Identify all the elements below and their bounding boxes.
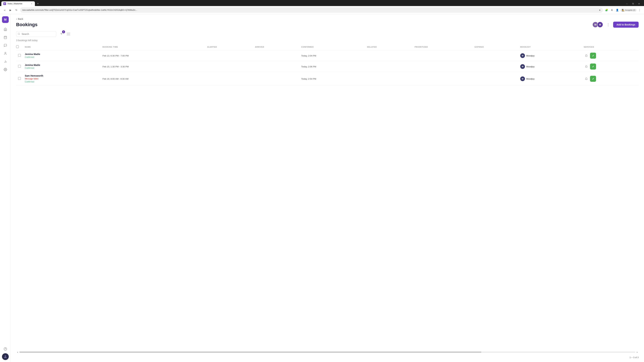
svg-point-4	[5, 52, 6, 53]
row-1-check-button[interactable]: ✓	[590, 53, 596, 59]
sidebar-item-settings[interactable]	[2, 66, 9, 73]
row-3-moodjoy-avatar: M	[520, 76, 525, 81]
back-link[interactable]: ‹ Back	[16, 17, 23, 20]
row-1-actions: ✓	[584, 53, 636, 59]
avatar-group: M M	[592, 22, 603, 28]
horizontal-scrollbar[interactable]: ◂ ▸	[11, 350, 644, 354]
row-1-confirmed-time: Today, 2:04 PM	[301, 54, 316, 57]
row-3-name: Sam Hemsworth	[25, 74, 98, 77]
row-2-confirmed-time: Today, 2:06 PM	[301, 65, 316, 68]
col-booking-time: BOOKING TIME	[100, 44, 205, 50]
row-2-delayed	[365, 61, 412, 72]
sidebar-logo[interactable]: M	[2, 16, 9, 23]
col-services: SERVICES	[582, 44, 639, 50]
pagination-text: 1 – 3 of 3	[630, 356, 639, 359]
scroll-track[interactable]	[20, 352, 635, 353]
new-tab-button[interactable]: +	[36, 1, 40, 6]
toolbar-right: 🧩 ⬇ 👤 🕵 Incognito (2) ⋮	[604, 8, 642, 12]
help-button[interactable]	[2, 345, 9, 353]
sidebar-item-users[interactable]	[2, 50, 9, 57]
sidebar-item-messages[interactable]	[2, 42, 9, 49]
row-2-booking-time: Feb 15, 1:30 PM - 3:30 PM	[102, 65, 129, 68]
header-menu-button[interactable]: ⋮	[605, 22, 611, 28]
row-2-actions: ✓	[584, 63, 636, 69]
row-3-delayed	[365, 72, 412, 86]
col-confirmed: CONFIRMED	[299, 44, 365, 50]
close-button[interactable]: ✕	[636, 2, 641, 5]
col-delayed: DELAYED	[365, 44, 412, 50]
table-footer: 1 – 3 of 3	[11, 354, 644, 362]
forward-nav-button[interactable]: ▶	[8, 8, 13, 12]
sidebar-item-calendar[interactable]	[2, 34, 9, 41]
search-input[interactable]	[16, 31, 56, 37]
filter-button[interactable]: 5	[58, 31, 64, 37]
row-1-checkbox[interactable]	[18, 54, 21, 57]
sidebar-item-analytics[interactable]	[2, 58, 9, 65]
row-3-name-cell: Sam Hemsworth Message failed Confirmed	[23, 72, 100, 86]
row-1-booking-time: Feb 13, 6:30 PM - 7:00 PM	[102, 54, 129, 57]
scroll-left-arrow[interactable]: ◂	[16, 351, 19, 354]
row-1-bell-button[interactable]	[584, 53, 589, 58]
search-icon	[18, 33, 20, 35]
col-name: NAME	[23, 44, 100, 50]
row-3-check-button[interactable]: ✓	[590, 76, 596, 82]
col-arrived: ARRIVED	[253, 44, 299, 50]
back-chevron-icon: ‹	[16, 17, 17, 20]
page-title: Bookings	[16, 22, 38, 27]
browser-menu-button[interactable]: ⋮	[637, 8, 642, 12]
table-header-row: NAME BOOKING TIME ALERTED ARRIVED CONFIR…	[16, 44, 639, 50]
row-3-booking-time: Feb 19, 8:00 AM - 8:30 AM	[102, 78, 128, 80]
table-row[interactable]: Jemina Madie Confirmed Feb 13, 6:30 PM -…	[16, 50, 639, 61]
download-button[interactable]: ⬇	[610, 8, 614, 12]
svg-line-13	[20, 34, 20, 35]
profile-button[interactable]: 👤	[615, 8, 620, 12]
address-bar-text: new.waitwhile.com/visits?filter-ex0jTf2Z…	[22, 9, 137, 11]
row-2-status: Confirmed	[25, 67, 34, 69]
row-2-name-cell: Jemina Madie Confirmed	[23, 61, 100, 72]
browser-tab-active[interactable]: W Visits | Waitwhile ✕	[1, 1, 35, 6]
row-3-bell-button[interactable]	[584, 76, 589, 81]
col-expired: EXPIRED	[472, 44, 518, 50]
row-3-moodjoy-name: Moodjoy	[526, 78, 534, 80]
user-avatar[interactable]	[2, 353, 9, 360]
sidebar: M	[0, 14, 11, 362]
svg-rect-0	[4, 36, 6, 39]
row-1-delayed	[365, 50, 412, 61]
row-3-actions: ✓	[584, 76, 636, 82]
table-row[interactable]: Sam Hemsworth Message failed Confirmed F…	[16, 72, 639, 86]
row-2-checkbox[interactable]	[18, 65, 21, 67]
search-wrapper	[16, 31, 56, 37]
sidebar-item-home[interactable]	[2, 26, 9, 33]
row-1-moodjoy-name: Moodjoy	[526, 54, 534, 57]
window-controls: ─ ⧉ ✕	[624, 2, 643, 5]
extensions-button[interactable]: 🧩	[604, 8, 609, 12]
row-3-expired	[472, 72, 518, 86]
browser-tab-bar: W Visits | Waitwhile ✕ + ─ ⧉ ✕	[0, 0, 644, 6]
row-2-check-button[interactable]: ✓	[590, 63, 596, 69]
minimize-button[interactable]: ─	[624, 2, 629, 5]
row-3-alerted	[205, 72, 253, 86]
table-row[interactable]: Jemina Madie Confirmed Feb 15, 1:30 PM -…	[16, 61, 639, 72]
address-bar[interactable]: new.waitwhile.com/visits?filter-ex0jTf2Z…	[20, 7, 603, 13]
restore-button[interactable]: ⧉	[630, 2, 635, 5]
row-2-moodjoy-name: Moodjoy	[526, 65, 534, 68]
row-3-prioritized	[412, 72, 472, 86]
row-2-name: Jemina Madie	[25, 64, 98, 66]
incognito-label: Incognito (2)	[625, 9, 635, 11]
scroll-right-arrow[interactable]: ▸	[636, 351, 639, 354]
tab-favicon: W	[3, 2, 6, 5]
avatar-2[interactable]: M	[597, 22, 603, 28]
page-title-row: Bookings M M ⋮ Add to Bookings	[16, 22, 639, 28]
select-all-checkbox[interactable]	[16, 45, 19, 48]
row-2-bell-button[interactable]	[584, 64, 589, 69]
reload-nav-button[interactable]: ↻	[14, 8, 19, 12]
add-to-bookings-button[interactable]: Add to Bookings	[613, 22, 639, 28]
row-3-checkbox[interactable]	[18, 77, 21, 80]
bookings-table-container[interactable]: NAME BOOKING TIME ALERTED ARRIVED CONFIR…	[11, 44, 644, 350]
tab-close-button[interactable]: ✕	[30, 2, 33, 5]
row-2-moodjoy-cell: M Moodjoy	[520, 64, 580, 69]
back-nav-button[interactable]: ◀	[2, 8, 7, 12]
row-1-alerted	[205, 50, 253, 61]
row-1-status: Confirmed	[25, 56, 34, 58]
col-moodjoy: MOODJOY	[518, 44, 582, 50]
